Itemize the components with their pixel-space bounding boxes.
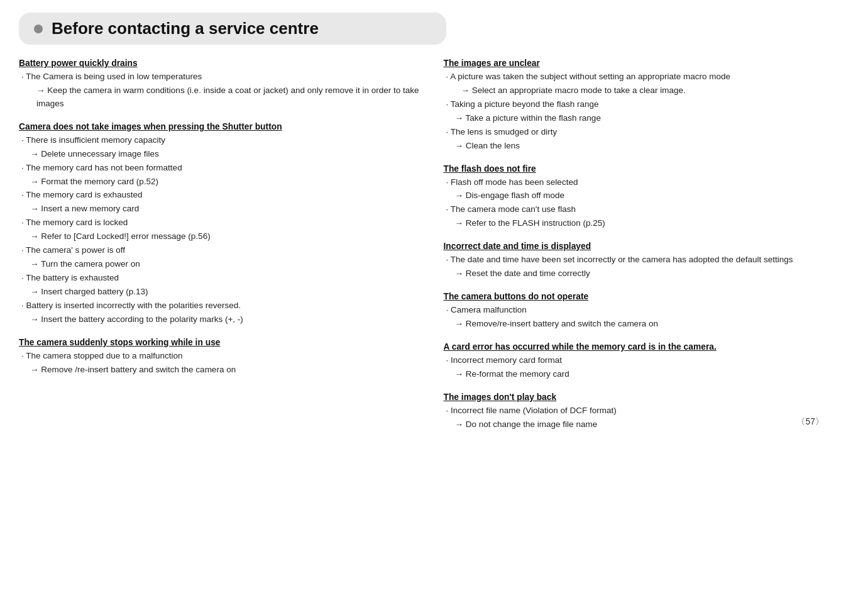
section-item: Keep the camera in warm conditions (i.e.…: [36, 84, 425, 111]
section-item: The memory card has not been formatted: [21, 162, 425, 175]
section-title-unclear: The images are unclear: [444, 58, 850, 68]
section-title-card_error: A card error has occurred while the memo…: [444, 342, 850, 352]
header-box: Before contacting a service centre: [19, 13, 446, 45]
section-item: There is insufficient memory capacity: [21, 134, 425, 147]
section-title-flash: The flash does not fire: [444, 164, 850, 174]
section-item: The memory card is exhausted: [21, 189, 425, 202]
section-title-playback: The images don't play back: [444, 392, 850, 402]
section-card_error: A card error has occurred while the memo…: [444, 342, 850, 381]
section-item: Insert charged battery (p.13): [30, 286, 425, 299]
section-title-shutter: Camera does not take images when pressin…: [19, 122, 425, 131]
section-flash: The flash does not fireFlash off mode ha…: [444, 164, 850, 231]
page-number: 〈57〉: [796, 416, 824, 428]
section-unclear: The images are unclearA picture was take…: [444, 58, 850, 153]
section-title-datetime: Incorrect date and time is displayed: [444, 242, 850, 251]
section-item: Take a picture within the flash range: [455, 112, 850, 125]
section-title-stops: The camera suddenly stops working while …: [19, 338, 425, 347]
section-buttons: The camera buttons do not operateCamera …: [444, 292, 850, 331]
header-dot: [34, 25, 43, 33]
section-item: Clean the lens: [455, 140, 850, 153]
section-item: Remove/re-insert battery and switch the …: [455, 318, 850, 331]
right-column: The images are unclearA picture was take…: [437, 58, 850, 443]
section-datetime: Incorrect date and time is displayedThe …: [444, 242, 850, 281]
section-item: The camera mode can't use flash: [446, 203, 850, 216]
section-item: Incorrect memory card format: [446, 354, 850, 367]
section-item: Dis-engage flash off mode: [455, 189, 850, 203]
section-item: The memory card is locked: [21, 216, 425, 230]
section-item: Camera malfunction: [446, 304, 850, 317]
section-title-battery: Battery power quickly drains: [19, 58, 425, 68]
section-title-buttons: The camera buttons do not operate: [444, 292, 850, 301]
left-column: Battery power quickly drainsThe Camera i…: [19, 58, 437, 443]
section-item: Incorrect file name (Violation of DCF fo…: [446, 404, 850, 418]
section-item: The camera stopped due to a malfunction: [21, 350, 425, 363]
section-item: The battery is exhausted: [21, 272, 425, 285]
section-item: Turn the camera power on: [30, 258, 425, 271]
section-item: The lens is smudged or dirty: [446, 126, 850, 139]
section-item: A picture was taken the subject without …: [446, 70, 850, 84]
section-item: Re-format the memory card: [455, 368, 850, 381]
section-item: Taking a picture beyond the flash range: [446, 98, 850, 111]
section-item: Delete unnecessary image files: [30, 148, 425, 161]
section-item: Insert the battery according to the pola…: [30, 313, 425, 326]
section-item: Reset the date and time correctly: [455, 267, 850, 281]
section-playback: The images don't play backIncorrect file…: [444, 392, 850, 431]
section-item: The camera' s power is off: [21, 244, 425, 257]
section-item: Do not change the image file name: [455, 418, 850, 431]
section-item: Flash off mode has been selected: [446, 176, 850, 189]
section-item: Refer to the FLASH instruction (p.25): [455, 217, 850, 230]
page-title: Before contacting a service centre: [52, 19, 319, 38]
section-item: Format the memory card (p.52): [30, 175, 425, 189]
main-content: Battery power quickly drainsThe Camera i…: [19, 58, 849, 443]
section-battery: Battery power quickly drainsThe Camera i…: [19, 58, 425, 111]
section-item: The date and time have been set incorrec…: [446, 253, 850, 267]
section-item: Select an appropriate macro mode to take…: [461, 84, 850, 97]
section-item: Refer to [Card Locked!] error message (p…: [30, 230, 425, 243]
section-item: Remove /re-insert battery and switch the…: [30, 364, 425, 377]
section-item: Insert a new memory card: [30, 203, 425, 216]
section-item: The Camera is being used in low temperat…: [21, 70, 425, 84]
section-stops: The camera suddenly stops working while …: [19, 338, 425, 377]
section-shutter: Camera does not take images when pressin…: [19, 122, 425, 326]
section-item: Battery is inserted incorrectly with the…: [21, 299, 425, 313]
